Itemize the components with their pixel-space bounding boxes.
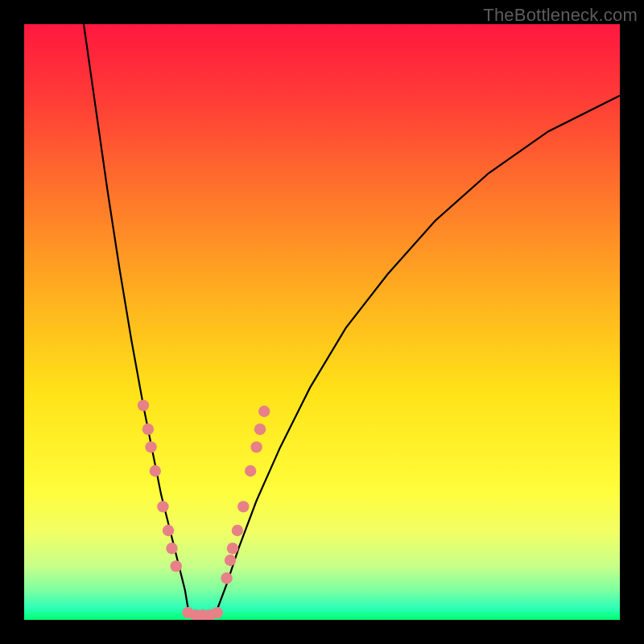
- curve-layer: [24, 24, 620, 620]
- data-dot: [227, 543, 238, 554]
- data-dot: [145, 441, 156, 452]
- data-dot: [258, 406, 270, 417]
- data-dot: [163, 525, 174, 536]
- data-dot: [225, 555, 236, 566]
- data-dot: [232, 525, 243, 536]
- data-dot: [221, 572, 232, 584]
- data-dot: [237, 501, 249, 512]
- highlight-dots: [138, 399, 270, 620]
- data-dot: [142, 423, 154, 435]
- watermark-text: TheBottleneck.com: [483, 5, 638, 26]
- data-dot: [166, 543, 177, 554]
- data-dot: [150, 465, 161, 477]
- data-dot: [250, 441, 262, 452]
- data-dot: [245, 465, 256, 477]
- chart-stage: TheBottleneck.com: [0, 0, 644, 644]
- data-dot: [138, 399, 149, 411]
- data-dot: [254, 423, 266, 435]
- data-dot: [157, 501, 168, 512]
- data-dot: [171, 560, 182, 572]
- data-dot: [212, 607, 223, 618]
- plot-area: [24, 24, 620, 620]
